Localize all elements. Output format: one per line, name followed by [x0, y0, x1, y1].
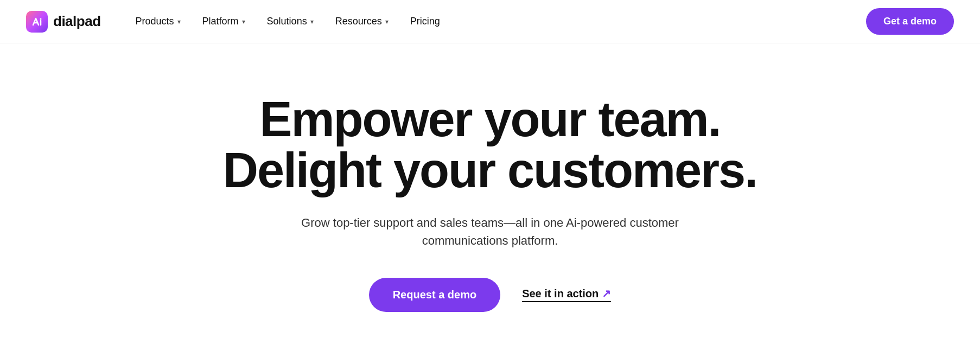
- nav-item-solutions[interactable]: Solutions ▾: [258, 11, 322, 31]
- chevron-down-icon: ▾: [310, 18, 314, 25]
- get-demo-button[interactable]: Get a demo: [866, 8, 954, 35]
- ai-logo-svg: [30, 15, 43, 28]
- nav-item-pricing[interactable]: Pricing: [402, 11, 449, 31]
- svg-point-0: [40, 18, 42, 20]
- hero-ctas: Request a demo See it in action ↗: [369, 278, 612, 312]
- nav-item-products[interactable]: Products ▾: [127, 11, 189, 31]
- nav-pricing-label: Pricing: [410, 16, 440, 27]
- logo-link[interactable]: dialpad: [26, 11, 101, 33]
- nav-right: Get a demo: [866, 8, 954, 35]
- chevron-down-icon: ▾: [242, 18, 245, 25]
- nav-products-label: Products: [136, 16, 174, 27]
- hero-headline-line1: Empower your team.: [259, 92, 720, 146]
- nav-item-platform[interactable]: Platform ▾: [194, 11, 254, 31]
- nav-links: Products ▾ Platform ▾ Solutions ▾ Resour…: [127, 11, 866, 31]
- see-action-label: See it in action: [522, 288, 599, 300]
- nav-item-resources[interactable]: Resources ▾: [327, 11, 397, 31]
- hero-subheadline: Grow top-tier support and sales teams—al…: [284, 214, 696, 250]
- nav-platform-label: Platform: [202, 16, 239, 27]
- see-it-in-action-link[interactable]: See it in action ↗: [522, 287, 611, 302]
- nav-solutions-label: Solutions: [267, 16, 307, 27]
- request-demo-button[interactable]: Request a demo: [369, 278, 500, 312]
- navbar: dialpad Products ▾ Platform ▾ Solutions …: [0, 0, 980, 43]
- logo-wordmark: dialpad: [53, 13, 101, 30]
- hero-section: Empower your team. Delight your customer…: [0, 43, 980, 351]
- nav-resources-label: Resources: [335, 16, 382, 27]
- chevron-down-icon: ▾: [177, 18, 181, 25]
- hero-headline: Empower your team. Delight your customer…: [223, 94, 757, 196]
- hero-headline-line2: Delight your customers.: [223, 143, 757, 197]
- external-link-icon: ↗: [602, 287, 611, 300]
- logo-icon: [26, 11, 48, 33]
- chevron-down-icon: ▾: [385, 18, 389, 25]
